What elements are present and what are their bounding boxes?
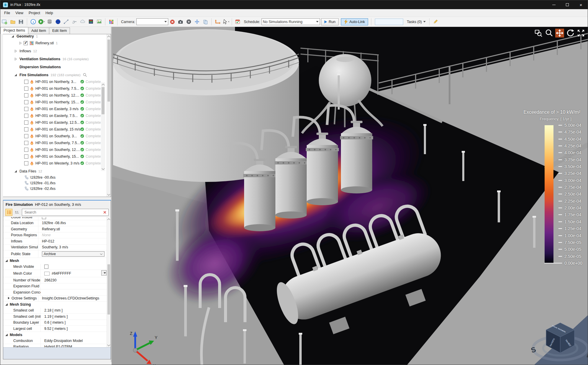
tree-item-fire-simulations[interactable]: Fire Simulations 192 (183 complete) — [3, 71, 107, 78]
pan-icon[interactable] — [555, 29, 564, 38]
tree-item-inflows[interactable]: Inflows 12 — [3, 48, 107, 54]
tasks-dropdown[interactable]: Tasks (0) — [407, 20, 426, 24]
public-state-select[interactable]: Archive — [42, 251, 104, 257]
zoom-window-icon[interactable] — [534, 29, 543, 38]
fire-simulation-item[interactable]: HP-001 on Northerly, 7.5... Complete — [3, 85, 107, 92]
data-file-item[interactable]: \192fire -00.ifxs — [3, 175, 107, 180]
mesh-color-dropdown-button[interactable] — [101, 270, 107, 276]
tree-item-ventilation-simulations[interactable]: Ventilation Simulations 16 (16 complete) — [3, 56, 107, 62]
item-checkbox[interactable] — [24, 80, 28, 84]
menu-help[interactable]: Help — [43, 9, 56, 17]
item-checkbox[interactable] — [24, 134, 28, 138]
mesh-visible-checkbox[interactable] — [44, 265, 48, 269]
tab-add-item[interactable]: Add Item — [28, 27, 49, 34]
fire-simulation-item[interactable]: HP-001 on Southerly, 3... Complete — [3, 133, 107, 139]
expander-closed-icon[interactable] — [7, 297, 10, 300]
fire-simulation-item[interactable]: HP-001 on Northerly, 3... Complete — [3, 78, 107, 85]
leak-point-icon[interactable] — [55, 19, 61, 25]
minimize-button[interactable] — [547, 0, 561, 9]
categorized-view-button[interactable] — [5, 209, 12, 216]
data-file-item[interactable]: \192fire -01.ifxs — [3, 180, 107, 186]
fire-simulation-item[interactable]: HP-001 on Northerly, 15.... Complete — [3, 99, 107, 105]
tree-item-geometry[interactable]: Geometry 1 — [3, 34, 107, 40]
category-mesh-sizing[interactable]: Mesh Sizing — [3, 302, 107, 308]
fire-simulation-item[interactable]: HP-001 on Easterly, 12.5... Complete — [3, 119, 107, 126]
new-project-icon[interactable] — [1, 19, 8, 25]
tree-scrollbar[interactable] — [107, 34, 111, 197]
fire-simulation-item[interactable]: HP-001 on Westerly, 3 m/s Complete — [3, 160, 107, 167]
mesh-color-swatch[interactable] — [44, 272, 50, 276]
schedule-select[interactable]: No Simulations Running — [262, 18, 320, 25]
palette-icon[interactable] — [108, 19, 115, 25]
category-mesh[interactable]: Mesh — [3, 258, 107, 264]
search-icon[interactable] — [83, 73, 87, 77]
category-models[interactable]: Models — [3, 332, 107, 338]
item-checkbox[interactable] — [24, 93, 28, 97]
monitor-region-icon[interactable] — [46, 19, 53, 25]
property-search-input[interactable] — [24, 210, 102, 215]
item-checkbox[interactable] — [24, 141, 28, 145]
item-checkbox[interactable] — [24, 120, 28, 125]
item-checkbox[interactable] — [24, 161, 28, 165]
visibility-checkbox[interactable] — [24, 41, 28, 45]
delete-camera-icon[interactable] — [169, 19, 176, 25]
fire-simulation-item[interactable]: HP-001 on Southerly, 15... Complete — [3, 153, 107, 160]
annotate-pencil-icon[interactable] — [432, 19, 439, 25]
measure-line-icon[interactable] — [63, 19, 69, 25]
clone-view-icon[interactable] — [202, 19, 209, 25]
vent-icon[interactable] — [71, 19, 78, 25]
item-checkbox[interactable] — [24, 127, 28, 131]
item-checkbox[interactable] — [24, 100, 28, 104]
tab-edit-item[interactable]: Edit Item — [49, 27, 70, 34]
item-checkbox[interactable] — [24, 114, 28, 118]
move-view-icon[interactable] — [194, 19, 200, 25]
orbit-icon[interactable] — [566, 29, 575, 38]
menu-file[interactable]: File — [1, 9, 13, 17]
expander-closed-icon[interactable] — [14, 58, 17, 61]
fullscreen-icon[interactable] — [576, 29, 585, 38]
expander-open-icon[interactable] — [14, 170, 17, 173]
fire-list-scrollbar[interactable] — [101, 82, 105, 171]
contour-layers-icon[interactable] — [88, 19, 94, 25]
info-icon[interactable]: i — [30, 19, 36, 25]
tab-project-items[interactable]: Project Items — [0, 27, 28, 34]
expander-closed-icon[interactable] — [14, 50, 17, 53]
alphabetical-view-button[interactable]: a·z — [14, 209, 21, 216]
auto-link-button[interactable]: Auto-Link — [341, 18, 368, 25]
expander-open-icon[interactable] — [14, 74, 17, 76]
item-checkbox[interactable] — [24, 107, 28, 111]
tree-item-data-files[interactable]: Data Files 12 — [3, 168, 107, 175]
zoom-icon[interactable] — [545, 29, 553, 38]
fire-simulation-item[interactable]: HP-001 on Southerly, 12.... Complete — [3, 146, 107, 153]
property-grid-scrollbar[interactable] — [107, 217, 111, 347]
clear-search-icon[interactable]: ✕ — [103, 210, 107, 215]
mesh-color-value[interactable]: #64FFFFFF — [52, 271, 71, 276]
select-cursor-icon[interactable] — [223, 19, 229, 25]
tree-item-refinery[interactable]: Refinery.stl 1 — [3, 40, 107, 46]
data-file-item[interactable]: \192fire -02.ifxs — [3, 186, 107, 191]
fire-simulation-item[interactable]: HP-001 on Easterly, 15 m/s Complete — [3, 126, 107, 133]
menu-view[interactable]: View — [13, 9, 26, 17]
item-checkbox[interactable] — [24, 87, 28, 91]
viewport-3d[interactable]: View DOWN View NORTH View WEST S E Z Y X — [112, 27, 588, 365]
fire-simulation-item[interactable]: HP-001 on Easterly, 7.5... Complete — [3, 112, 107, 119]
fire-simulation-item[interactable]: HP-001 on Southerly, 7.5... Complete — [3, 139, 107, 146]
open-folder-icon[interactable] — [9, 19, 16, 25]
expander-closed-icon[interactable] — [19, 42, 22, 45]
close-button[interactable]: × — [574, 0, 588, 9]
camera-capture-icon[interactable] — [177, 19, 184, 25]
quick-search-input[interactable] — [375, 19, 403, 25]
tree-item-dispersion-simulations[interactable]: Dispersion Simulations — [3, 63, 107, 70]
expander-open-icon[interactable] — [11, 35, 14, 38]
fire-simulation-item[interactable]: HP-001 on Easterly, 3 m/s Complete — [3, 105, 107, 112]
item-checkbox[interactable] — [24, 148, 28, 152]
run-simulation-icon[interactable] — [38, 19, 45, 25]
run-button[interactable]: Run — [321, 18, 339, 25]
menu-project[interactable]: Project — [26, 9, 43, 17]
snapshot-icon[interactable] — [96, 19, 102, 25]
transform-icon[interactable] — [214, 19, 221, 25]
camera-select[interactable] — [136, 18, 168, 25]
fire-simulation-item[interactable]: HP-001 on Northerly, 12.... Complete — [3, 92, 107, 99]
guide-visible-checkbox[interactable] — [42, 217, 46, 219]
cloud-icon[interactable] — [79, 19, 86, 25]
